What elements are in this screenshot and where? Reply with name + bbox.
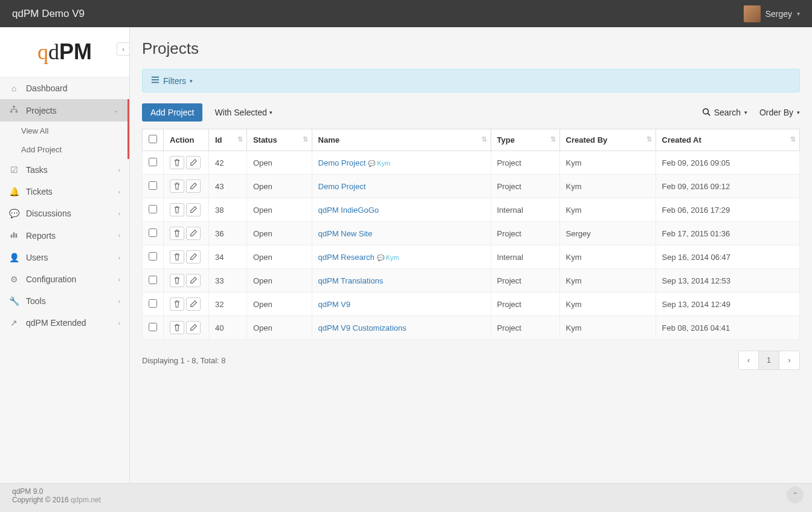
chevron-right-icon: ‹ xyxy=(118,167,120,173)
svg-rect-3 xyxy=(11,235,13,238)
caret-down-icon: ▾ xyxy=(269,109,272,115)
col-name[interactable]: Name xyxy=(312,129,491,151)
edit-icon[interactable] xyxy=(186,203,201,216)
table-row: 34OpenqdPM ResearchKymInternalKymSep 16,… xyxy=(143,245,800,269)
page-next[interactable]: › xyxy=(779,351,800,370)
edit-icon[interactable] xyxy=(186,250,201,264)
add-project-button[interactable]: Add Project xyxy=(142,103,202,122)
col-status[interactable]: Status xyxy=(246,129,312,151)
cell-id: 32 xyxy=(209,293,247,316)
edit-icon[interactable] xyxy=(186,227,201,240)
edit-icon[interactable] xyxy=(186,156,201,169)
row-checkbox[interactable] xyxy=(149,276,157,284)
sidebar-subitem-add-project[interactable]: Add Project xyxy=(0,140,129,159)
project-name-link[interactable]: qdPM Translations xyxy=(318,276,384,285)
bell-icon: 🔔 xyxy=(9,187,19,196)
delete-icon[interactable] xyxy=(170,227,184,240)
sidebar-item-tasks[interactable]: ☑ Tasks ‹ xyxy=(0,159,129,181)
sidebar-item-discussions[interactable]: 💬 Discussions ‹ xyxy=(0,203,129,224)
delete-icon[interactable] xyxy=(170,250,184,264)
comment-annotation[interactable]: Kym xyxy=(377,254,399,261)
display-info: Displaying 1 - 8, Total: 8 xyxy=(142,356,226,365)
table-row: 36OpenqdPM New SiteProjectSergeyFeb 17, … xyxy=(143,222,800,245)
project-name-link[interactable]: qdPM V9 xyxy=(318,300,350,309)
cell-type: Project xyxy=(491,151,559,175)
row-checkbox[interactable] xyxy=(149,228,157,237)
project-name-link[interactable]: qdPM New Site xyxy=(318,229,373,238)
row-checkbox[interactable] xyxy=(149,252,157,261)
sidebar-item-users[interactable]: 👤 Users ‹ xyxy=(0,247,129,268)
with-selected-dropdown[interactable]: With Selected ▾ xyxy=(214,108,272,117)
row-checkbox[interactable] xyxy=(149,323,157,331)
project-name-link[interactable]: qdPM Research xyxy=(318,253,375,262)
project-name-link[interactable]: Demo Project xyxy=(318,182,366,191)
cell-created-at: Feb 08, 2016 04:41 xyxy=(656,316,799,340)
table-row: 42OpenDemo ProjectKymProjectKymFeb 09, 2… xyxy=(143,151,800,175)
search-icon xyxy=(702,108,710,118)
logo[interactable]: qdPM xyxy=(37,39,92,65)
col-id[interactable]: Id xyxy=(209,129,247,151)
sidebar-item-reports[interactable]: Reports ‹ xyxy=(0,224,129,247)
project-name-link[interactable]: qdPM V9 Customizations xyxy=(318,323,407,332)
col-created-by[interactable]: Created By xyxy=(559,129,656,151)
row-checkbox[interactable] xyxy=(149,299,157,308)
order-by-dropdown[interactable]: Order By ▾ xyxy=(759,108,800,117)
filters-toggle[interactable]: Filters ▾ xyxy=(142,69,800,92)
delete-icon[interactable] xyxy=(170,180,184,193)
delete-icon[interactable] xyxy=(170,321,184,334)
sidebar-item-configuration[interactable]: ⚙ Configuration ‹ xyxy=(0,268,129,290)
svg-rect-2 xyxy=(16,111,18,113)
order-by-label: Order By xyxy=(759,108,793,117)
projects-table: Action Id Status Name Type Created By Cr… xyxy=(142,129,800,340)
delete-icon[interactable] xyxy=(170,156,184,169)
cell-status: Open xyxy=(246,222,312,245)
svg-rect-6 xyxy=(152,77,159,78)
sidebar-item-extended[interactable]: ↗ qdPM Extended ‹ xyxy=(0,312,129,334)
sidebar-item-tickets[interactable]: 🔔 Tickets ‹ xyxy=(0,181,129,203)
search-dropdown[interactable]: Search ▾ xyxy=(702,108,747,118)
sidebar-subitem-view-all[interactable]: View All xyxy=(0,122,129,140)
svg-rect-5 xyxy=(16,233,18,238)
user-menu[interactable]: Sergey ▾ xyxy=(744,5,800,22)
project-name-link[interactable]: qdPM IndieGoGo xyxy=(318,206,379,215)
cell-type: Project xyxy=(491,293,559,316)
col-type[interactable]: Type xyxy=(491,129,559,151)
sidebar-item-tools[interactable]: 🔧 Tools ‹ xyxy=(0,290,129,312)
edit-icon[interactable] xyxy=(186,180,201,193)
row-checkbox[interactable] xyxy=(149,205,157,213)
cell-type: Internal xyxy=(491,245,559,269)
edit-icon[interactable] xyxy=(186,321,201,334)
sidebar-collapse-button[interactable]: ‹ xyxy=(117,42,130,56)
page-current[interactable]: 1 xyxy=(759,351,779,370)
delete-icon[interactable] xyxy=(170,297,184,311)
delete-icon[interactable] xyxy=(170,203,184,216)
top-bar: qdPM Demo V9 Sergey ▾ xyxy=(0,0,812,27)
cell-created-by: Kym xyxy=(559,245,656,269)
sidebar-item-label: Tickets xyxy=(26,187,111,196)
select-all-checkbox[interactable] xyxy=(149,135,157,143)
comment-annotation[interactable]: Kym xyxy=(368,160,390,167)
chevron-down-icon: ⌄ xyxy=(114,107,118,114)
sidebar-item-projects[interactable]: Projects ⌄ xyxy=(0,99,129,122)
cell-type: Project xyxy=(491,222,559,245)
cell-id: 33 xyxy=(209,269,247,293)
edit-icon[interactable] xyxy=(186,297,201,311)
cell-created-by: Kym xyxy=(559,198,656,222)
col-created-at[interactable]: Created At xyxy=(656,129,799,151)
svg-point-9 xyxy=(703,108,708,114)
edit-icon[interactable] xyxy=(186,274,201,287)
sidebar-item-label: Configuration xyxy=(26,274,111,284)
filters-icon xyxy=(151,76,160,86)
cell-status: Open xyxy=(246,175,312,198)
delete-icon[interactable] xyxy=(170,274,184,287)
chevron-right-icon: ‹ xyxy=(118,254,120,261)
cell-status: Open xyxy=(246,293,312,316)
sidebar-item-dashboard[interactable]: ⌂ Dashboard xyxy=(0,77,129,99)
cell-status: Open xyxy=(246,151,312,175)
table-row: 32OpenqdPM V9ProjectKymSep 13, 2014 12:4… xyxy=(143,293,800,316)
chevron-right-icon: ‹ xyxy=(118,232,120,239)
page-prev[interactable]: ‹ xyxy=(738,351,759,370)
project-name-link[interactable]: Demo Project xyxy=(318,158,366,167)
row-checkbox[interactable] xyxy=(149,181,157,190)
row-checkbox[interactable] xyxy=(149,158,157,166)
